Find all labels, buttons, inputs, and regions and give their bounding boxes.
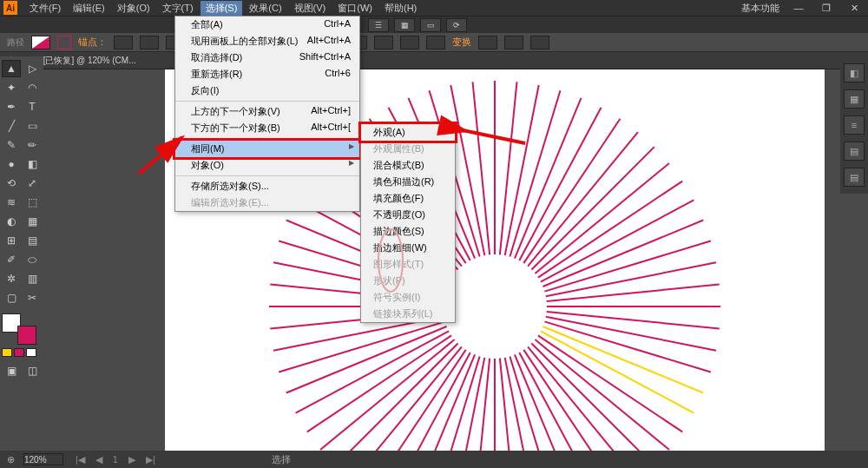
panel-color[interactable]: ◧ [844,63,865,82]
appbar-icon-1[interactable]: ☰ [368,18,389,32]
menu-inverse[interactable]: 反向(I) [175,82,359,99]
submenu-appearance[interactable]: 外观(A) [361,124,455,141]
tool-pencil[interactable]: ✏ [23,136,42,154]
panel-layers[interactable]: ▤ [844,168,865,187]
draw-mode[interactable]: ◫ [23,362,42,379]
menu-deselect[interactable]: 取消选择(D)Shift+Ctrl+A [175,49,359,66]
menu-type[interactable]: 文字(T) [157,1,199,16]
submenu-symbol-instance: 符号实例(I) [361,289,455,306]
transform-btn-2[interactable] [504,36,523,49]
window-close[interactable]: ✕ [844,2,865,14]
menu-file[interactable]: 文件(F) [24,1,66,16]
panel-dock: ◧ ▦ ≡ ▤ ▤ [840,56,868,194]
tool-direct-select[interactable]: ▷ [23,60,42,77]
fill-stroke-swatch[interactable] [31,36,50,49]
document-tab[interactable]: 未标题-2 [已恢复] @ 120% (CM... [0,52,868,69]
nav-last[interactable]: ▶| [142,454,159,465]
tool-pen[interactable]: ✒ [2,98,21,115]
menubar: Ai 文件(F) 编辑(E) 对象(O) 文字(T) 选择(S) 效果(C) 视… [0,0,868,16]
menu-select[interactable]: 选择(S) [201,1,243,16]
submenu-stroke-weight[interactable]: 描边粗细(W) [361,240,455,256]
menu-edit[interactable]: 编辑(E) [68,1,110,16]
anchor-btn-1[interactable] [114,36,133,49]
nav-first[interactable]: |◀ [72,454,89,465]
submenu-blend-mode[interactable]: 混合模式(B) [361,157,455,174]
menu-next-below[interactable]: 下方的下一个对象(B)Alt+Ctrl+[ [175,120,359,136]
menu-help[interactable]: 帮助(H) [379,1,422,16]
ctrl-icon-c[interactable] [426,36,445,49]
separator [175,101,359,102]
tool-lasso[interactable]: ◠ [23,79,42,96]
menu-select-all[interactable]: 全部(A)Ctrl+A [175,16,359,33]
control-bar: 路径 锚点： 不透明度 样式： 变换 [0,33,868,52]
menu-save-selection[interactable]: 存储所选对象(S)... [175,178,359,194]
stroke-swatch[interactable] [57,36,71,49]
tool-blob[interactable]: ● [2,155,21,173]
tool-symbol-spray[interactable]: ✲ [2,270,21,287]
appbar-icon-4[interactable]: ⟳ [446,18,467,32]
same-submenu: 外观(A) 外观属性(B) 混合模式(B) 填色和描边(R) 填充颜色(F) 不… [360,123,456,323]
tool-line[interactable]: ╱ [2,117,21,135]
transform-btn-1[interactable] [478,36,497,49]
menu-edit-selection: 编辑所选对象(E)... [175,194,359,211]
menu-same[interactable]: 相同(M) [175,141,359,157]
window-minimize[interactable]: — [788,2,809,14]
submenu-fill-color[interactable]: 填充颜色(F) [361,190,455,207]
menu-bar: 文件(F) 编辑(E) 对象(O) 文字(T) 选择(S) 效果(C) 视图(V… [24,1,422,16]
swatch-none[interactable] [26,348,36,357]
menu-effect[interactable]: 效果(C) [244,1,286,16]
tool-artboard[interactable]: ▢ [2,289,21,307]
submenu-fill-stroke[interactable]: 填色和描边(R) [361,174,455,190]
tool-brush[interactable]: ✎ [2,136,21,154]
menu-select-all-artboard[interactable]: 现用画板上的全部对象(L)Alt+Ctrl+A [175,33,359,49]
tool-rect[interactable]: ▭ [23,117,42,135]
tool-scale[interactable]: ⤢ [23,175,42,192]
tool-graph[interactable]: ▥ [23,270,42,287]
ctrl-icon-a[interactable] [374,36,393,49]
tool-type[interactable]: T [23,98,42,115]
appbar-icon-3[interactable]: ▭ [420,18,441,32]
submenu-opacity[interactable]: 不透明度(O) [361,207,455,223]
menu-reselect[interactable]: 重新选择(R)Ctrl+6 [175,66,359,82]
tool-selection[interactable]: ▲ [2,60,21,77]
tool-width[interactable]: ≋ [2,194,21,211]
menu-next-above[interactable]: 上方的下一个对象(V)Alt+Ctrl+] [175,103,359,120]
tool-eraser[interactable]: ◧ [23,155,42,173]
panel-swatches[interactable]: ▦ [844,89,865,109]
tool-perspective[interactable]: ▦ [23,213,42,230]
panel-gradient[interactable]: ▤ [844,142,865,161]
menu-view[interactable]: 视图(V) [289,1,332,16]
tool-eyedropper[interactable]: ✐ [2,251,21,268]
menu-object[interactable]: 对象(O) [112,1,155,16]
swatch-magenta[interactable] [14,348,24,357]
panel-stroke[interactable]: ≡ [844,115,865,135]
appbar-icon-2[interactable]: ▦ [394,18,415,32]
tool-mesh[interactable]: ⊞ [2,232,21,249]
status-coords: ⊕ [7,454,15,465]
menu-select-object[interactable]: 对象(O) [175,157,359,174]
window-restore[interactable]: ❐ [816,2,837,14]
screen-mode[interactable]: ▣ [2,362,21,379]
nav-prev[interactable]: ◀ [92,454,106,465]
tool-gradient[interactable]: ▤ [23,232,42,249]
submenu-stroke-color[interactable]: 描边颜色(S) [361,223,455,240]
background-color[interactable] [17,326,36,345]
transform-btn-3[interactable] [530,36,549,49]
tool-free-trans[interactable]: ⬚ [23,194,42,211]
ctrl-icon-b[interactable] [400,36,419,49]
tool-rotate[interactable]: ⟲ [2,175,21,192]
tool-shape-builder[interactable]: ◐ [2,213,21,230]
zoom-input[interactable] [23,453,63,465]
submenu-graphic-style: 图形样式(T) [361,256,455,273]
menu-window[interactable]: 窗口(W) [332,1,378,16]
tool-slice[interactable]: ✂ [23,289,42,307]
nav-next[interactable]: ▶ [125,454,139,465]
anchor-btn-2[interactable] [140,36,159,49]
color-mode-swatches [2,348,42,357]
workspace-switcher[interactable]: 基本功能 [741,2,779,15]
color-control[interactable] [2,313,36,345]
tool-wand[interactable]: ✦ [2,79,21,96]
tool-blend[interactable]: ⬭ [23,251,42,268]
toolbox: ▲▷ ✦◠ ✒T ╱▭ ✎✏ ●◧ ⟲⤢ ≋⬚ ◐▦ ⊞▤ ✐⬭ ✲▥ ▢✂ ▣… [0,56,43,383]
swatch-yellow[interactable] [2,348,12,357]
